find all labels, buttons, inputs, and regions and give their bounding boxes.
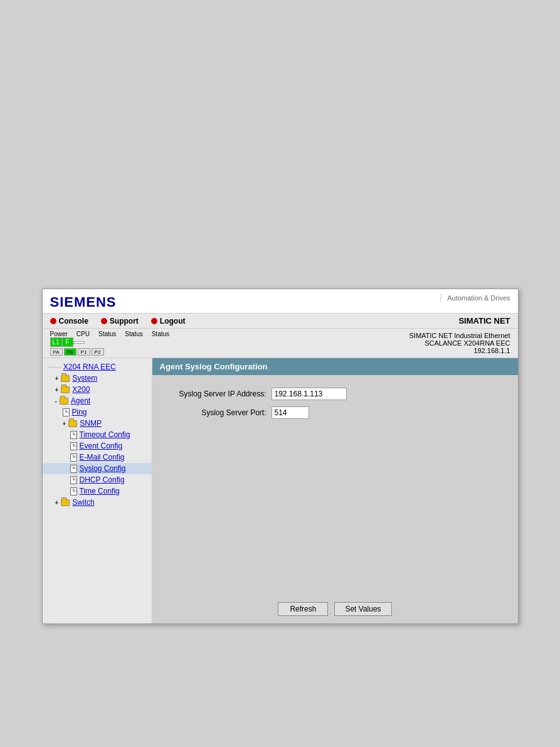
root-link[interactable]: X204 RNA EEC	[63, 363, 116, 371]
agent-expand-icon[interactable]: -	[55, 398, 57, 405]
sidebar-item-system[interactable]: + System	[43, 373, 152, 384]
console-nav-item[interactable]: Console	[50, 317, 88, 326]
sidebar-root-item[interactable]: ········ X204 RNA EEC	[43, 361, 152, 373]
sidebar-item-dhcp-config[interactable]: DHCP Config	[43, 474, 152, 485]
syslog-doc-icon	[70, 465, 77, 473]
switch-expand-icon[interactable]: +	[55, 499, 59, 506]
ping-link[interactable]: Ping	[72, 408, 87, 416]
indicator-row: L1 F	[50, 337, 170, 347]
support-dot	[101, 318, 107, 324]
p2-port: P2	[92, 348, 104, 356]
sidebar-item-x200[interactable]: + X200	[43, 384, 152, 395]
switch-link[interactable]: Switch	[72, 498, 94, 507]
system-folder-icon	[61, 375, 70, 382]
snmp-expand-icon[interactable]: +	[63, 420, 66, 427]
set-values-button[interactable]: Set Values	[334, 602, 391, 616]
sidebar-item-syslog-config[interactable]: Syslog Config	[43, 463, 152, 474]
pb-port: PB	[64, 348, 77, 356]
sidebar-item-switch[interactable]: + Switch	[43, 497, 152, 508]
product-title: SIMATIC NET	[458, 316, 510, 326]
ping-doc-icon	[63, 408, 70, 416]
event-config-link[interactable]: Event Config	[80, 442, 123, 450]
automation-drives-label: Automation & Drives	[440, 294, 510, 302]
sidebar-item-timeout-config[interactable]: Timeout Config	[43, 429, 152, 440]
email-doc-icon	[70, 453, 77, 462]
snmp-link[interactable]: SNMP	[80, 419, 102, 428]
snmp-folder-icon	[68, 420, 77, 427]
syslog-ip-label: Syslog Server IP Address:	[165, 389, 272, 398]
p1-port: P1	[78, 348, 90, 356]
sidebar-item-time-config[interactable]: Time Config	[43, 485, 152, 497]
status3-label: Status	[152, 331, 169, 337]
f-indicator: F	[62, 337, 73, 347]
switch-folder-icon	[61, 499, 70, 506]
syslog-config-link[interactable]: Syslog Config	[80, 464, 126, 473]
pa-port: PA	[50, 348, 63, 356]
dhcp-config-link[interactable]: DHCP Config	[80, 475, 125, 484]
support-label: Support	[110, 317, 139, 326]
root-dots-icon: ········	[48, 364, 61, 371]
main-content: ········ X204 RNA EEC + System + X200	[43, 358, 518, 623]
syslog-port-input[interactable]	[272, 406, 309, 419]
email-config-link[interactable]: E-Mail Config	[80, 453, 125, 462]
time-config-link[interactable]: Time Config	[80, 487, 120, 495]
header: SIEMENS Automation & Drives	[43, 289, 518, 314]
dhcp-doc-icon	[70, 476, 77, 484]
device-line2: SCALANCE X204RNA EEC	[409, 339, 510, 347]
timeout-config-link[interactable]: Timeout Config	[80, 430, 130, 439]
l1-indicator: L1	[50, 337, 62, 347]
refresh-button[interactable]: Refresh	[278, 602, 328, 616]
content-body: Syslog Server IP Address: Syslog Server …	[152, 375, 518, 595]
console-dot	[50, 318, 56, 324]
x200-folder-icon	[61, 386, 70, 393]
blank-indicator	[73, 341, 85, 344]
nav-bar: Console Support Logout SIMATIC NET	[43, 314, 518, 329]
system-expand-icon[interactable]: +	[55, 375, 59, 382]
device-line1: SIMATIC NET Industrial Ethernet	[409, 332, 510, 339]
logout-label: Logout	[160, 317, 186, 326]
event-doc-icon	[70, 442, 77, 450]
syslog-port-row: Syslog Server Port:	[165, 406, 505, 419]
sidebar-item-agent[interactable]: - Agent	[43, 395, 152, 406]
time-doc-icon	[70, 487, 77, 495]
console-label: Console	[59, 317, 88, 326]
sidebar: ········ X204 RNA EEC + System + X200	[43, 358, 152, 623]
agent-folder-icon	[60, 398, 68, 405]
x200-link[interactable]: X200	[72, 385, 90, 394]
status-labels: Power CPU Status Status Status	[50, 331, 170, 337]
syslog-ip-input[interactable]	[272, 388, 347, 400]
support-nav-item[interactable]: Support	[101, 317, 139, 326]
status2-label: Status	[125, 331, 142, 337]
power-label: Power	[50, 331, 68, 337]
system-link[interactable]: System	[72, 374, 97, 383]
device-ip: 192.168.1.1	[409, 347, 510, 354]
port-indicators: PA PB P1 P2	[50, 348, 170, 356]
sidebar-item-snmp[interactable]: + SNMP	[43, 418, 152, 429]
content-panel: Agent Syslog Configuration Syslog Server…	[152, 358, 518, 623]
cpu-label: CPU	[77, 331, 90, 337]
device-info: SIMATIC NET Industrial Ethernet SCALANCE…	[409, 332, 510, 354]
sidebar-item-email-config[interactable]: E-Mail Config	[43, 452, 152, 463]
logout-nav-item[interactable]: Logout	[151, 317, 186, 326]
status-bar: Power CPU Status Status Status L1 F PA P…	[43, 329, 518, 358]
sidebar-item-ping[interactable]: Ping	[43, 406, 152, 418]
sidebar-item-event-config[interactable]: Event Config	[43, 440, 152, 452]
content-title: Agent Syslog Configuration	[152, 358, 518, 375]
status1-label: Status	[98, 331, 116, 337]
logout-dot	[151, 318, 157, 324]
button-row: Refresh Set Values	[152, 595, 518, 623]
timeout-doc-icon	[70, 431, 77, 439]
x200-expand-icon[interactable]: +	[55, 386, 59, 393]
siemens-logo: SIEMENS	[50, 294, 117, 310]
syslog-ip-row: Syslog Server IP Address:	[165, 388, 505, 400]
agent-link[interactable]: Agent	[71, 396, 90, 405]
syslog-port-label: Syslog Server Port:	[165, 408, 272, 417]
